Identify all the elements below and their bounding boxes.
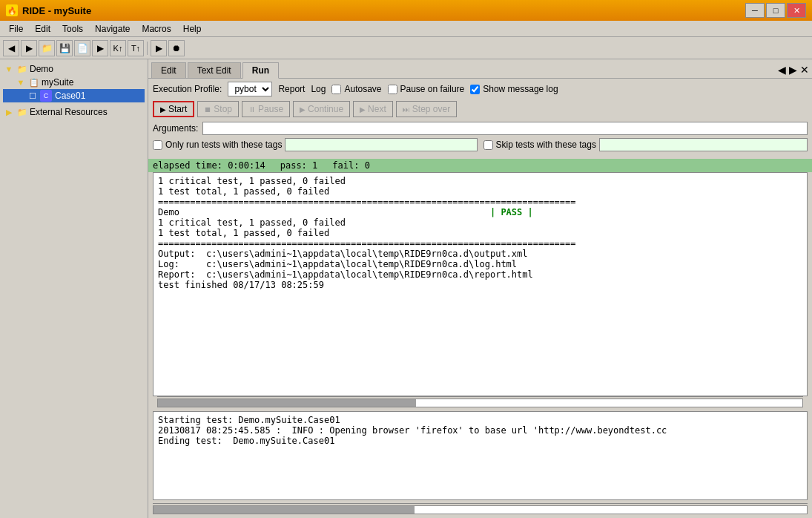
start-play-icon: ▶	[160, 105, 166, 114]
tab-run[interactable]: Run	[242, 62, 279, 79]
title-bar: 🔥 RIDE - mySuite ─ □ ✕	[0, 0, 812, 21]
toolbar-t[interactable]: T↑	[128, 40, 144, 56]
only-run-input[interactable]	[285, 138, 477, 151]
h-scroll-thumb	[158, 399, 416, 407]
run-controls: ▶ Start ⏹ Stop ⏸ Pause ▶ Continue ▶ Ne	[153, 101, 808, 117]
tab-bar: Edit Text Edit Run ◀ ▶ ✕	[148, 59, 812, 79]
pause-failure-group: Pause on failure	[388, 84, 465, 94]
toolbar-k[interactable]: K↑	[110, 40, 126, 56]
step-over-button[interactable]: ⏭ Step over	[396, 101, 457, 117]
step-over-label: Step over	[412, 104, 450, 114]
demo-folder-icon: 📁	[16, 63, 28, 75]
menu-edit[interactable]: Edit	[29, 22, 56, 36]
output-top-section: 1 critical test, 1 passed, 0 failed1 tes…	[153, 172, 808, 408]
toolbar-record[interactable]: ⏺	[168, 40, 185, 56]
skip-tests-checkbox[interactable]	[483, 140, 493, 150]
output-console[interactable]: 1 critical test, 1 passed, 0 failed1 tes…	[153, 172, 808, 396]
menu-tools[interactable]: Tools	[56, 22, 89, 36]
stop-label: Stop	[214, 104, 232, 114]
left-panel: ▼ 📁 Demo ▼ 📋 mySuite ☐ C Case01 ▶ 📁 Exte…	[0, 59, 148, 518]
elapsed-time: elapsed time: 0:00:14	[153, 160, 265, 171]
maximize-button[interactable]: □	[766, 3, 785, 18]
stop-button[interactable]: ⏹ Stop	[197, 101, 239, 117]
show-log-checkbox[interactable]	[470, 85, 480, 94]
tree-label-mysuite: mySuite	[42, 77, 73, 88]
tags-row: Only run tests with these tags Skip test…	[153, 138, 808, 151]
only-run-group: Only run tests with these tags	[153, 138, 478, 151]
tree-item-mysuite[interactable]: ▼ 📋 mySuite	[3, 76, 145, 89]
expand-icon: ▼	[3, 63, 15, 75]
show-log-label: Show message log	[483, 84, 558, 94]
tree-label-demo: Demo	[30, 64, 53, 74]
only-run-label: Only run tests with these tags	[165, 140, 282, 150]
expand-icon-ext: ▶	[3, 106, 15, 118]
toolbar-open-folder[interactable]: 📁	[39, 40, 55, 56]
expand-icon-suite: ▼	[15, 76, 27, 88]
menu-macros[interactable]: Macros	[136, 22, 176, 36]
tab-text-edit[interactable]: Text Edit	[188, 62, 241, 78]
title-bar-controls: ─ □ ✕	[745, 3, 806, 18]
toolbar-save[interactable]: 💾	[56, 40, 73, 56]
output-status-bar: elapsed time: 0:00:14 pass: 1 fail: 0	[148, 159, 812, 172]
tab-bar-left: Edit Text Edit Run	[151, 62, 280, 78]
tab-nav-next[interactable]: ▶	[789, 64, 797, 76]
h-scroll-track-2	[153, 505, 808, 514]
args-input[interactable]	[202, 122, 808, 135]
toolbar-back[interactable]: ◀	[3, 40, 19, 56]
show-log-group: Show message log	[470, 84, 558, 94]
bottom-scroll-h[interactable]	[153, 503, 808, 515]
stop-icon: ⏹	[204, 105, 211, 114]
tree-item-demo[interactable]: ▼ 📁 Demo	[3, 62, 145, 76]
step-over-icon: ⏭	[403, 105, 410, 114]
start-label: Start	[168, 104, 187, 114]
menu-navigate[interactable]: Navigate	[89, 22, 136, 36]
tab-close[interactable]: ✕	[800, 64, 809, 76]
pause-button[interactable]: ⏸ Pause	[242, 101, 290, 117]
toolbar-play[interactable]: ▶	[151, 40, 167, 56]
right-panel: Edit Text Edit Run ◀ ▶ ✕ Execution Profi…	[148, 59, 812, 518]
case01-checkbox[interactable]: ☐	[27, 90, 39, 102]
toolbar: ◀ ▶ 📁 💾 📄 ▶ K↑ T↑ ▶ ⏺	[0, 37, 812, 59]
only-run-checkbox[interactable]	[153, 140, 162, 150]
mysuite-icon: 📋	[28, 76, 40, 88]
next-button[interactable]: ▶ Next	[353, 101, 393, 117]
tab-nav-prev[interactable]: ◀	[778, 64, 786, 76]
autosave-checkbox[interactable]	[331, 85, 341, 94]
autosave-label: Autosave	[344, 84, 381, 94]
pause-failure-checkbox[interactable]	[388, 85, 397, 94]
external-icon: 📁	[16, 106, 28, 118]
toolbar-forward[interactable]: ▶	[21, 40, 37, 56]
start-button[interactable]: ▶ Start	[153, 101, 194, 117]
toolbar-run[interactable]: ▶	[92, 40, 108, 56]
output-scroll-h[interactable]	[157, 396, 803, 408]
toolbar-separator-1	[147, 42, 148, 55]
next-icon: ▶	[360, 105, 366, 114]
bottom-log[interactable]: Starting test: Demo.mySuite.Case01201308…	[153, 411, 808, 500]
pause-failure-label: Pause on failure	[400, 84, 465, 94]
continue-button[interactable]: ▶ Continue	[293, 101, 350, 117]
h-scroll-track	[157, 399, 803, 407]
close-button[interactable]: ✕	[787, 3, 806, 18]
minimize-button[interactable]: ─	[745, 3, 765, 18]
title-bar-left: 🔥 RIDE - mySuite	[6, 4, 91, 16]
exec-profile-select[interactable]: pybot jybot robot	[228, 82, 272, 96]
continue-label: Continue	[308, 104, 343, 114]
tree-item-case01[interactable]: ☐ C Case01	[3, 89, 145, 102]
tab-edit[interactable]: Edit	[151, 62, 186, 78]
main-layout: ▼ 📁 Demo ▼ 📋 mySuite ☐ C Case01 ▶ 📁 Exte…	[0, 59, 812, 518]
menu-file[interactable]: File	[3, 22, 29, 36]
fail-count: fail: 0	[332, 160, 370, 171]
skip-tests-label: Skip tests with these tags	[496, 140, 596, 150]
continue-icon: ▶	[300, 105, 306, 114]
tree-label-case01: Case01	[55, 91, 85, 101]
exec-log-link[interactable]: Log	[311, 84, 326, 94]
tree-item-external[interactable]: ▶ 📁 External Resources	[3, 105, 145, 119]
window-title: RIDE - mySuite	[22, 5, 91, 16]
pass-count: pass: 1	[280, 160, 318, 171]
toolbar-new[interactable]: 📄	[74, 40, 90, 56]
pause-icon: ⏸	[248, 105, 256, 114]
exec-report-link[interactable]: Report	[278, 84, 305, 94]
menu-help[interactable]: Help	[177, 22, 208, 36]
run-panel: Execution Profile: pybot jybot robot Rep…	[148, 79, 812, 159]
skip-tests-input[interactable]	[599, 138, 808, 151]
